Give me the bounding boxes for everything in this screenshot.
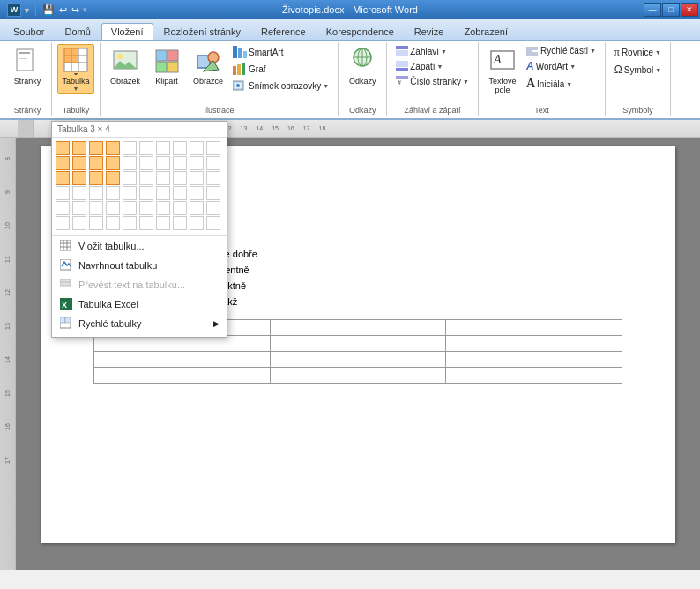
grid-cell[interactable] <box>190 141 204 155</box>
grid-cell[interactable] <box>206 156 220 170</box>
grid-cell[interactable] <box>89 201 103 215</box>
rychle-casti-button[interactable]: Rychlé části ▼ <box>523 44 599 57</box>
grid-cell[interactable] <box>206 171 220 185</box>
grid-cell[interactable] <box>56 156 70 170</box>
cislo-button[interactable]: # Číslo stránky ▼ <box>392 74 473 88</box>
grid-cell[interactable] <box>190 156 204 170</box>
textové-pole-button[interactable]: A Textovépole <box>484 44 521 97</box>
grid-cell[interactable] <box>173 141 187 155</box>
grid-cell[interactable] <box>139 186 153 200</box>
grid-cell[interactable] <box>106 186 120 200</box>
grid-cell[interactable] <box>139 216 153 230</box>
symbol-button[interactable]: Ω Symbol ▼ <box>611 62 665 78</box>
grid-cell[interactable] <box>106 156 120 170</box>
grid-cell[interactable] <box>72 216 86 230</box>
grid-cell[interactable] <box>89 171 103 185</box>
grid-cell[interactable] <box>139 141 153 155</box>
grid-cell[interactable] <box>106 171 120 185</box>
tabulka-button[interactable]: Tabulka ▼ <box>57 44 94 94</box>
grid-cell[interactable] <box>123 171 137 185</box>
grid-cell[interactable] <box>139 171 153 185</box>
grid-cell[interactable] <box>206 141 220 155</box>
rychle-tabulky-item[interactable]: Rychlé tabulky ▶ <box>52 314 227 333</box>
grid-cell[interactable] <box>56 186 70 200</box>
grid-cell[interactable] <box>156 156 170 170</box>
grid-cell[interactable] <box>206 186 220 200</box>
grid-cell[interactable] <box>190 186 204 200</box>
zahlaví-button[interactable]: Záhlaví ▼ <box>392 44 473 58</box>
tab-revize[interactable]: Revize <box>405 23 454 40</box>
grid-cell[interactable] <box>139 156 153 170</box>
grid-cell[interactable] <box>72 201 86 215</box>
iniciala-button[interactable]: A Iniciála ▼ <box>523 75 599 93</box>
grid-cell[interactable] <box>173 186 187 200</box>
graf-button[interactable]: Graf <box>229 61 332 77</box>
grid-cell[interactable] <box>89 156 103 170</box>
grid-cell[interactable] <box>72 141 86 155</box>
grid-cell[interactable] <box>56 216 70 230</box>
grid-cell[interactable] <box>156 201 170 215</box>
close-button[interactable]: ✕ <box>681 3 698 17</box>
grid-cell[interactable] <box>173 171 187 185</box>
grid-cell[interactable] <box>173 216 187 230</box>
rovnice-button[interactable]: π Rovnice ▼ <box>611 44 665 61</box>
grid-cell[interactable] <box>156 216 170 230</box>
grid-cell[interactable] <box>89 141 103 155</box>
klipart-button[interactable]: Klipart <box>148 44 185 88</box>
grid-cell[interactable] <box>89 186 103 200</box>
grid-cell[interactable] <box>89 216 103 230</box>
grid-cell[interactable] <box>56 141 70 155</box>
stranky-button[interactable]: Stránky <box>9 44 46 88</box>
odkazy-button[interactable]: Odkazy <box>344 44 381 88</box>
obrazek-label: Obrázek <box>110 77 140 86</box>
tab-soubor[interactable]: Soubor <box>4 23 54 40</box>
smartart-button[interactable]: SmartArt <box>229 44 332 60</box>
tab-korespondence[interactable]: Korespondence <box>316 23 404 40</box>
zápatí-button[interactable]: Zápatí ▼ <box>392 59 473 73</box>
vložit-tabulku-item[interactable]: Vložit tabulku... <box>52 236 227 256</box>
grid-cell[interactable] <box>123 186 137 200</box>
minimize-button[interactable]: — <box>644 3 661 17</box>
grid-cell[interactable] <box>173 201 187 215</box>
grid-cell[interactable] <box>190 201 204 215</box>
grid-cell[interactable] <box>72 156 86 170</box>
grid-cell[interactable] <box>56 201 70 215</box>
table-cell <box>446 336 622 352</box>
grid-cell[interactable] <box>106 216 120 230</box>
table-dropdown[interactable]: Tabulka 3 × 4 Vložit tabulku... Navrhnou… <box>51 121 227 338</box>
tab-vlozeni[interactable]: Vložení <box>101 23 153 40</box>
tabulka-excel-item[interactable]: X Tabulka Excel <box>52 294 227 314</box>
obrazek-button[interactable]: Obrázek <box>106 44 145 88</box>
grid-cell[interactable] <box>156 171 170 185</box>
tab-rozlozeni[interactable]: Rozložení stránky <box>154 23 250 40</box>
prevezt-item: Převést text na tabulku... <box>52 275 227 294</box>
grid-cell[interactable] <box>139 201 153 215</box>
tab-domu[interactable]: Domů <box>55 23 100 40</box>
grid-cell[interactable] <box>156 141 170 155</box>
grid-cell[interactable] <box>123 201 137 215</box>
grid-cell[interactable] <box>190 171 204 185</box>
grid-cell[interactable] <box>123 141 137 155</box>
wordart-button[interactable]: A WordArt ▼ <box>523 58 599 74</box>
maximize-button[interactable]: □ <box>662 3 680 17</box>
window-controls[interactable]: — □ ✕ <box>644 3 698 17</box>
grid-cell[interactable] <box>106 141 120 155</box>
grid-cell[interactable] <box>56 171 70 185</box>
grid-cell[interactable] <box>123 156 137 170</box>
grid-cell[interactable] <box>72 171 86 185</box>
navrhnout-item[interactable]: Navrhnout tabulku <box>52 256 227 275</box>
tab-zobrazeni[interactable]: Zobrazení <box>454 23 518 40</box>
obrazce-button[interactable]: Obrazce <box>189 44 227 88</box>
grid-cell[interactable] <box>106 201 120 215</box>
grid-cell[interactable] <box>123 216 137 230</box>
snimek-button[interactable]: Snímek obrazovky ▼ <box>229 78 332 93</box>
grid-cell[interactable] <box>206 201 220 215</box>
grid-cell[interactable] <box>156 186 170 200</box>
tab-reference[interactable]: Reference <box>251 23 316 40</box>
grid-cell[interactable] <box>206 216 220 230</box>
table-grid[interactable] <box>52 138 227 234</box>
grid-cell[interactable] <box>190 216 204 230</box>
grid-cell[interactable] <box>72 186 86 200</box>
grid-cell[interactable] <box>173 156 187 170</box>
zahlaví-label: Záhlaví <box>410 47 439 56</box>
